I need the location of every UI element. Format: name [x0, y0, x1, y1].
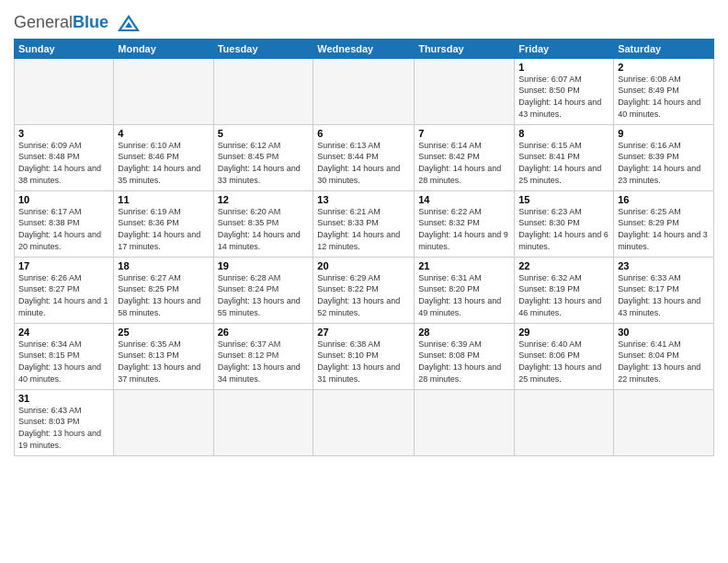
calendar-cell: 26Sunrise: 6:37 AM Sunset: 8:12 PM Dayli… — [213, 323, 313, 389]
calendar-cell: 12Sunrise: 6:20 AM Sunset: 8:35 PM Dayli… — [213, 190, 313, 257]
day-info: Sunrise: 6:14 AM Sunset: 8:42 PM Dayligh… — [418, 140, 510, 186]
calendar-cell — [114, 58, 213, 124]
day-info: Sunrise: 6:07 AM Sunset: 8:50 PM Dayligh… — [518, 74, 609, 120]
day-info: Sunrise: 6:22 AM Sunset: 8:32 PM Dayligh… — [418, 206, 510, 252]
calendar-cell: 31Sunrise: 6:43 AM Sunset: 8:03 PM Dayli… — [15, 389, 114, 455]
calendar-cell — [415, 58, 515, 124]
day-info: Sunrise: 6:39 AM Sunset: 8:08 PM Dayligh… — [418, 339, 510, 385]
logo-text: GeneralBlue — [14, 13, 142, 33]
calendar-cell: 18Sunrise: 6:27 AM Sunset: 8:25 PM Dayli… — [114, 257, 213, 323]
calendar-cell: 30Sunrise: 6:41 AM Sunset: 8:04 PM Dayli… — [614, 323, 714, 389]
day-info: Sunrise: 6:17 AM Sunset: 8:38 PM Dayligh… — [18, 206, 109, 252]
day-info: Sunrise: 6:34 AM Sunset: 8:15 PM Dayligh… — [18, 339, 109, 385]
calendar-cell — [15, 58, 114, 124]
day-info: Sunrise: 6:21 AM Sunset: 8:33 PM Dayligh… — [317, 206, 410, 252]
day-number: 17 — [18, 260, 109, 271]
calendar-cell — [213, 389, 313, 455]
day-info: Sunrise: 6:40 AM Sunset: 8:06 PM Dayligh… — [518, 339, 609, 385]
day-info: Sunrise: 6:29 AM Sunset: 8:22 PM Dayligh… — [317, 272, 410, 318]
day-number: 3 — [18, 128, 109, 139]
day-info: Sunrise: 6:10 AM Sunset: 8:46 PM Dayligh… — [118, 140, 209, 186]
calendar-cell: 17Sunrise: 6:26 AM Sunset: 8:27 PM Dayli… — [15, 257, 114, 323]
calendar-cell — [114, 389, 213, 455]
day-info: Sunrise: 6:13 AM Sunset: 8:44 PM Dayligh… — [317, 140, 410, 186]
day-number: 26 — [218, 327, 310, 338]
calendar-cell: 15Sunrise: 6:23 AM Sunset: 8:30 PM Dayli… — [515, 190, 614, 257]
calendar-cell: 27Sunrise: 6:38 AM Sunset: 8:10 PM Dayli… — [313, 323, 415, 389]
day-number: 9 — [618, 128, 710, 139]
day-info: Sunrise: 6:16 AM Sunset: 8:39 PM Dayligh… — [618, 140, 710, 186]
day-info: Sunrise: 6:35 AM Sunset: 8:13 PM Dayligh… — [118, 339, 209, 385]
day-info: Sunrise: 6:37 AM Sunset: 8:12 PM Dayligh… — [218, 339, 310, 385]
day-number: 28 — [418, 327, 510, 338]
day-number: 11 — [118, 194, 209, 205]
day-info: Sunrise: 6:15 AM Sunset: 8:41 PM Dayligh… — [518, 140, 609, 186]
calendar-table: SundayMondayTuesdayWednesdayThursdayFrid… — [14, 39, 714, 456]
day-info: Sunrise: 6:38 AM Sunset: 8:10 PM Dayligh… — [317, 339, 410, 385]
day-number: 22 — [518, 260, 609, 271]
day-number: 10 — [18, 194, 109, 205]
day-info: Sunrise: 6:09 AM Sunset: 8:48 PM Dayligh… — [18, 140, 109, 186]
day-info: Sunrise: 6:32 AM Sunset: 8:19 PM Dayligh… — [518, 272, 609, 318]
day-info: Sunrise: 6:31 AM Sunset: 8:20 PM Dayligh… — [418, 272, 510, 318]
calendar-cell: 4Sunrise: 6:10 AM Sunset: 8:46 PM Daylig… — [114, 124, 213, 190]
calendar-cell — [614, 389, 714, 455]
day-number: 16 — [618, 194, 710, 205]
day-info: Sunrise: 6:08 AM Sunset: 8:49 PM Dayligh… — [618, 74, 710, 120]
calendar-cell: 20Sunrise: 6:29 AM Sunset: 8:22 PM Dayli… — [313, 257, 415, 323]
day-info: Sunrise: 6:23 AM Sunset: 8:30 PM Dayligh… — [518, 206, 609, 252]
calendar-cell: 28Sunrise: 6:39 AM Sunset: 8:08 PM Dayli… — [415, 323, 515, 389]
col-header-saturday: Saturday — [614, 39, 714, 58]
calendar-cell: 16Sunrise: 6:25 AM Sunset: 8:29 PM Dayli… — [614, 190, 714, 257]
calendar-cell: 24Sunrise: 6:34 AM Sunset: 8:15 PM Dayli… — [15, 323, 114, 389]
calendar-cell — [313, 389, 415, 455]
day-number: 25 — [118, 327, 209, 338]
calendar-cell: 8Sunrise: 6:15 AM Sunset: 8:41 PM Daylig… — [515, 124, 614, 190]
calendar-cell: 10Sunrise: 6:17 AM Sunset: 8:38 PM Dayli… — [15, 190, 114, 257]
day-number: 23 — [618, 260, 710, 271]
calendar-cell — [515, 389, 614, 455]
day-number: 18 — [118, 260, 209, 271]
col-header-sunday: Sunday — [15, 39, 114, 58]
calendar-cell — [213, 58, 313, 124]
day-number: 20 — [317, 260, 410, 271]
calendar-cell: 25Sunrise: 6:35 AM Sunset: 8:13 PM Dayli… — [114, 323, 213, 389]
day-info: Sunrise: 6:19 AM Sunset: 8:36 PM Dayligh… — [118, 206, 209, 252]
day-number: 2 — [618, 62, 710, 73]
day-info: Sunrise: 6:33 AM Sunset: 8:17 PM Dayligh… — [618, 272, 710, 318]
day-number: 19 — [218, 260, 310, 271]
calendar-cell: 7Sunrise: 6:14 AM Sunset: 8:42 PM Daylig… — [415, 124, 515, 190]
calendar-cell: 1Sunrise: 6:07 AM Sunset: 8:50 PM Daylig… — [515, 58, 614, 124]
calendar-header: SundayMondayTuesdayWednesdayThursdayFrid… — [15, 39, 714, 58]
col-header-tuesday: Tuesday — [213, 39, 313, 58]
day-number: 1 — [518, 62, 609, 73]
calendar-cell: 9Sunrise: 6:16 AM Sunset: 8:39 PM Daylig… — [614, 124, 714, 190]
col-header-wednesday: Wednesday — [313, 39, 415, 58]
day-number: 5 — [218, 128, 310, 139]
day-info: Sunrise: 6:41 AM Sunset: 8:04 PM Dayligh… — [618, 339, 710, 385]
day-info: Sunrise: 6:43 AM Sunset: 8:03 PM Dayligh… — [18, 405, 109, 451]
day-number: 15 — [518, 194, 609, 205]
day-number: 27 — [317, 327, 410, 338]
day-info: Sunrise: 6:28 AM Sunset: 8:24 PM Dayligh… — [218, 272, 310, 318]
col-header-friday: Friday — [515, 39, 614, 58]
calendar-cell: 13Sunrise: 6:21 AM Sunset: 8:33 PM Dayli… — [313, 190, 415, 257]
day-number: 31 — [18, 393, 109, 404]
calendar-cell: 6Sunrise: 6:13 AM Sunset: 8:44 PM Daylig… — [313, 124, 415, 190]
day-number: 7 — [418, 128, 510, 139]
day-number: 12 — [218, 194, 310, 205]
day-number: 13 — [317, 194, 410, 205]
day-info: Sunrise: 6:26 AM Sunset: 8:27 PM Dayligh… — [18, 272, 109, 318]
calendar-cell — [415, 389, 515, 455]
col-header-monday: Monday — [114, 39, 213, 58]
header: GeneralBlue — [14, 9, 714, 33]
calendar-cell: 21Sunrise: 6:31 AM Sunset: 8:20 PM Dayli… — [415, 257, 515, 323]
calendar-body: 1Sunrise: 6:07 AM Sunset: 8:50 PM Daylig… — [15, 58, 714, 455]
calendar-cell: 3Sunrise: 6:09 AM Sunset: 8:48 PM Daylig… — [15, 124, 114, 190]
day-number: 30 — [618, 327, 710, 338]
day-info: Sunrise: 6:25 AM Sunset: 8:29 PM Dayligh… — [618, 206, 710, 252]
day-number: 14 — [418, 194, 510, 205]
day-number: 4 — [118, 128, 209, 139]
day-info: Sunrise: 6:12 AM Sunset: 8:45 PM Dayligh… — [218, 140, 310, 186]
col-header-thursday: Thursday — [415, 39, 515, 58]
